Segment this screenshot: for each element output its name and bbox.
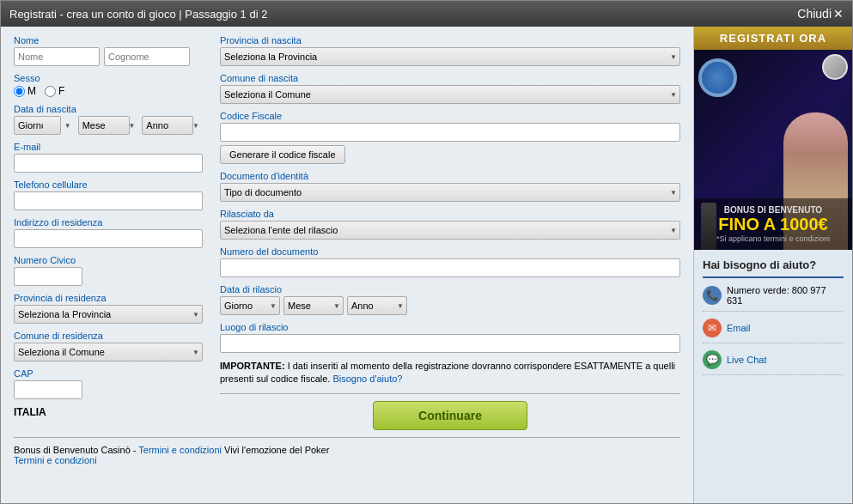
sesso-f-label: F [58,85,64,97]
anno-wrapper: Anno [142,116,203,135]
telefono-label: Telefono cellulare [14,179,203,190]
email-label: E-mail [14,142,203,152]
comune-residenza-label: Comune di residenza [14,331,203,341]
help-chat-item: 💬 Live Chat [703,350,844,375]
anno-select[interactable]: Anno [142,116,193,135]
provincia-nascita-group: Provincia di nascita Seleziona la Provin… [220,35,680,66]
telefono-group: Telefono cellulare [14,179,203,210]
indirizzo-group: Indirizzo di residenza [14,217,203,248]
documento-select[interactable]: Tipo di documento [220,183,680,202]
phone-label: Numero verde: 800 977 631 [727,285,844,306]
bottom-links: Bonus di Benvenuto Casinò - Termini e co… [14,445,680,465]
importante-text: IMPORTANTE: I dati inseriti al momento d… [220,361,675,384]
dr-mese-wrapper: Mese [283,296,344,315]
sesso-m-radio[interactable] [14,86,25,97]
indirizzo-label: Indirizzo di residenza [14,217,203,228]
dob-row: Giorno Mese Anno [14,116,203,135]
live-chat-link[interactable]: Live Chat [727,355,766,365]
luogo-rilascio-input[interactable] [220,334,680,353]
importante-box: IMPORTANTE: I dati inseriti al momento d… [220,360,680,386]
sesso-row: M F [14,85,203,97]
data-rilascio-row: Giorno Mese Anno [220,296,680,315]
generate-codice-button[interactable]: Generare il codice fiscale [220,145,345,164]
provincia-residenza-wrapper: Seleziona la Provincia [14,305,203,324]
dob-group: Data di nascita Giorno Mese [14,104,203,135]
rilasciato-select[interactable]: Seleziona l'ente del rilascio [220,221,680,240]
dr-anno-select[interactable]: Anno [347,296,407,315]
numero-civico-input[interactable] [14,267,82,286]
dr-anno-wrapper: Anno [347,296,407,315]
email-link[interactable]: Email [727,323,751,333]
italia-text: ITALIA [14,406,203,418]
comune-residenza-select[interactable]: Seleziona il Comune [14,343,203,361]
numero-doc-input[interactable] [220,258,680,277]
mese-wrapper: Mese [78,116,139,135]
email-group: E-mail [14,142,203,173]
giorno-wrapper: Giorno [14,116,75,135]
dob-label: Data di nascita [14,104,203,114]
numero-civico-label: Numero Civico [14,255,203,265]
comune-residenza-group: Comune di residenza Seleziona il Comune [14,331,203,361]
promo-registrati-label: REGISTRATI ORA [694,27,852,50]
provincia-nascita-wrapper: Seleziona la Provincia [220,47,680,66]
mese-select[interactable]: Mese [78,116,130,135]
indirizzo-input[interactable] [14,229,203,248]
sesso-label: Sesso [14,73,203,83]
comune-nascita-group: Comune di nascita Seleziona il Comune [220,73,680,104]
nome-input[interactable] [14,47,100,66]
provincia-nascita-select[interactable]: Seleziona la Provincia [220,47,680,66]
nome-label: Nome [14,35,203,46]
cap-input[interactable] [14,380,82,399]
bisogno-aiuto-link[interactable]: Bisogno d'aiuto? [332,373,402,384]
sesso-f-option[interactable]: F [45,85,64,97]
continue-button[interactable]: Continuare [373,401,527,430]
documento-label: Documento d'identità [220,171,680,181]
cognome-input[interactable] [104,47,190,66]
help-phone-item: 📞 Numero verde: 800 977 631 [703,285,844,312]
provincia-residenza-group: Provincia di residenza Seleziona la Prov… [14,293,203,324]
codice-fiscale-label: Codice Fiscale [220,111,680,121]
rilasciato-label: Rilasciato da [220,209,680,219]
phone-icon: 📞 [703,286,722,305]
cap-label: CAP [14,368,203,379]
comune-residenza-wrapper: Seleziona il Comune [14,343,203,361]
name-row [14,47,203,66]
documento-wrapper: Tipo di documento [220,183,680,202]
comune-nascita-label: Comune di nascita [220,73,680,83]
promo-banner: REGISTRATI ORA BONUS DI BENVENUTO FINO A… [694,27,852,250]
poker-text: Vivi l'emozione del Poker [224,445,329,455]
email-input[interactable] [14,154,203,173]
codice-fiscale-input[interactable] [220,123,680,142]
content-area: Nome Sesso M [1,27,852,503]
sesso-group: Sesso M F [14,73,203,97]
sidebar: REGISTRATI ORA BONUS DI BENVENUTO FINO A… [693,27,852,503]
codice-fiscale-group: Codice Fiscale Generare il codice fiscal… [220,111,680,164]
telefono-input[interactable] [14,191,203,210]
giorno-select[interactable]: Giorno [14,116,61,135]
dr-giorno-wrapper: Giorno [220,296,280,315]
provincia-residenza-label: Provincia di residenza [14,293,203,303]
sesso-m-label: M [27,85,36,97]
main-form: Nome Sesso M [1,27,693,503]
dr-mese-select[interactable]: Mese [283,296,344,315]
sesso-f-radio[interactable] [45,86,56,97]
numero-civico-group: Numero Civico [14,255,203,286]
help-section: Hai bisogno di aiuto? 📞 Numero verde: 80… [694,250,852,503]
documento-group: Documento d'identità Tipo di documento [220,171,680,202]
email-icon: ✉ [703,319,722,337]
dr-giorno-select[interactable]: Giorno [220,296,280,315]
close-icon: ✕ [833,7,844,21]
rilasciato-group: Rilasciato da Seleziona l'ente del rilas… [220,209,680,240]
cap-group: CAP [14,368,203,399]
comune-nascita-select[interactable]: Seleziona il Comune [220,85,680,104]
numero-doc-group: Numero del documento [220,246,680,277]
termini2-link[interactable]: Termini e condizioni [14,455,97,465]
provincia-residenza-select[interactable]: Seleziona la Provincia [14,305,203,324]
registration-window: Registrati - crea un conto di gioco | Pa… [0,0,853,504]
titlebar: Registrati - crea un conto di gioco | Pa… [1,1,852,27]
sesso-m-option[interactable]: M [14,85,36,97]
rilasciato-wrapper: Seleziona l'ente del rilascio [220,221,680,240]
help-email-item: ✉ Email [703,319,844,343]
termini1-link[interactable]: Termini e condizioni [138,445,222,455]
close-button[interactable]: Chiudi ✕ [797,7,844,21]
